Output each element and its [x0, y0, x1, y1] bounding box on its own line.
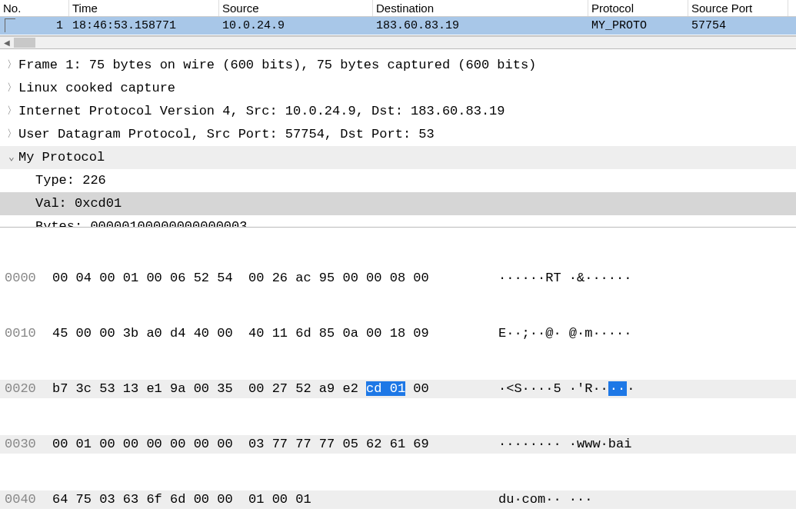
packet-no: 1: [0, 17, 69, 35]
tree-myproto-bytes1[interactable]: Bytes: 00000100000000000003: [0, 215, 796, 228]
packet-time: 18:46:53.158771: [69, 17, 219, 35]
packet-bytes-pane: 0000 00 04 00 01 00 06 52 54 00 26 ac 95…: [0, 228, 796, 532]
chevron-right-icon[interactable]: 〉: [5, 55, 18, 75]
scroll-left-icon[interactable]: ◀: [0, 36, 13, 49]
hex-row[interactable]: 0010 45 00 00 3b a0 d4 40 00 40 11 6d 85…: [0, 324, 796, 343]
hex-bytes: 00 04 00 01 00 06 52 54 00 26 ac 95 00 0…: [52, 269, 483, 288]
hex-offset: 0040: [5, 490, 52, 509]
tree-myproto-val[interactable]: Val: 0xcd01: [0, 192, 796, 215]
column-header-source-port[interactable]: Source Port: [688, 0, 788, 16]
conversation-marker-icon: [5, 18, 15, 32]
horizontal-scrollbar[interactable]: ◀: [0, 36, 796, 49]
hex-offset: 0000: [5, 269, 52, 288]
packet-source-port: 57754: [688, 17, 788, 35]
hex-row[interactable]: 0040 64 75 03 63 6f 6d 00 00 01 00 01 du…: [0, 490, 796, 509]
hex-row[interactable]: 0000 00 04 00 01 00 06 52 54 00 26 ac 95…: [0, 269, 796, 288]
packet-source: 10.0.24.9: [219, 17, 373, 35]
hex-bytes: 64 75 03 63 6f 6d 00 00 01 00 01: [52, 490, 483, 509]
hex-bytes: 00 01 00 00 00 00 00 00 03 77 77 77 05 6…: [52, 435, 483, 454]
hex-ascii: ········ ·www·bai: [483, 435, 631, 454]
hex-offset: 0010: [5, 324, 52, 343]
tree-myproto-bytes1-label: Bytes: 00000100000000000003: [35, 217, 247, 228]
packet-destination: 183.60.83.19: [373, 17, 588, 35]
packet-protocol: MY_PROTO: [588, 17, 688, 35]
chevron-down-icon[interactable]: ⌄: [5, 148, 18, 168]
hex-selected-bytes: cd 01: [366, 381, 405, 396]
tree-linux-cooked[interactable]: 〉 Linux cooked capture: [0, 77, 796, 100]
tree-ip[interactable]: 〉 Internet Protocol Version 4, Src: 10.0…: [0, 100, 796, 123]
tree-udp[interactable]: 〉 User Datagram Protocol, Src Port: 5775…: [0, 123, 796, 146]
chevron-right-icon[interactable]: 〉: [5, 101, 18, 121]
chevron-right-icon[interactable]: 〉: [5, 125, 18, 145]
hex-ascii: du·com·· ···: [483, 490, 592, 509]
packet-list-pane: No. Time Source Destination Protocol Sou…: [0, 0, 796, 36]
tree-frame-label: Frame 1: 75 bytes on wire (600 bits), 75…: [18, 55, 536, 75]
hex-ascii: ·<S····5 ·'R·····: [483, 380, 634, 398]
column-header-destination[interactable]: Destination: [373, 0, 588, 16]
tree-myproto[interactable]: ⌄ My Protocol: [0, 146, 796, 169]
hex-bytes: 45 00 00 3b a0 d4 40 00 40 11 6d 85 0a 0…: [52, 324, 483, 343]
hex-offset: 0030: [5, 435, 52, 454]
hex-row[interactable]: 0020 b7 3c 53 13 e1 9a 00 35 00 27 52 a9…: [0, 380, 796, 398]
tree-myproto-label: My Protocol: [18, 148, 105, 168]
hex-row[interactable]: 0030 00 01 00 00 00 00 00 00 03 77 77 77…: [0, 435, 796, 454]
hex-bytes: b7 3c 53 13 e1 9a 00 35 00 27 52 a9 e2 c…: [52, 380, 483, 398]
column-header-time[interactable]: Time: [69, 0, 219, 16]
packet-row[interactable]: 1 18:46:53.158771 10.0.24.9 183.60.83.19…: [0, 17, 796, 35]
hex-ascii: E··;··@· @·m·····: [483, 324, 631, 343]
column-header-protocol[interactable]: Protocol: [588, 0, 688, 16]
tree-linux-label: Linux cooked capture: [18, 78, 175, 98]
tree-frame[interactable]: 〉 Frame 1: 75 bytes on wire (600 bits), …: [0, 54, 796, 77]
column-header-no[interactable]: No.: [0, 0, 69, 16]
chevron-right-icon[interactable]: 〉: [5, 78, 18, 98]
packet-list-header: No. Time Source Destination Protocol Sou…: [0, 0, 796, 17]
tree-ip-label: Internet Protocol Version 4, Src: 10.0.2…: [18, 101, 505, 121]
tree-myproto-type[interactable]: Type: 226: [0, 169, 796, 192]
tree-myproto-val-label: Val: 0xcd01: [35, 194, 122, 214]
scrollbar-thumb[interactable]: [14, 38, 35, 48]
tree-myproto-type-label: Type: 226: [35, 171, 106, 191]
hex-offset: 0020: [5, 380, 52, 398]
column-header-source[interactable]: Source: [219, 0, 373, 16]
hex-selected-ascii: ··: [608, 381, 627, 396]
packet-details-pane: 〉 Frame 1: 75 bytes on wire (600 bits), …: [0, 49, 796, 228]
tree-udp-label: User Datagram Protocol, Src Port: 57754,…: [18, 125, 435, 145]
hex-ascii: ······RT ·&······: [483, 269, 631, 288]
